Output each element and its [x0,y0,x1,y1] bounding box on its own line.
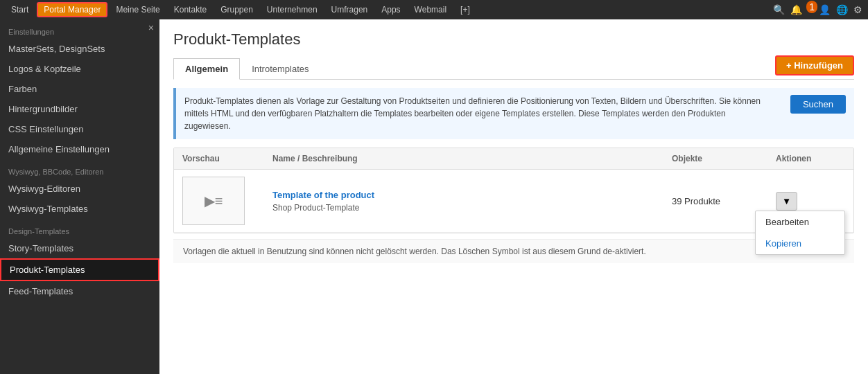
sidebar-item-css[interactable]: CSS Einstellungen [0,119,159,139]
nav-kontakte[interactable]: Kontakte [168,3,212,16]
main-content: Produkt-Templates Allgemein Introtemplat… [159,19,868,374]
sidebar: × Einstellungen MasterSets, DesignSets L… [0,19,159,374]
info-text: Produkt-Templates dienen als Vorlage zur… [184,95,846,132]
product-name-link[interactable]: Template of the product [272,190,374,200]
dropdown-button[interactable]: ▼ [776,192,797,211]
sidebar-item-logos[interactable]: Logos & Kopfzeile [0,59,159,79]
nav-webmail[interactable]: Webmail [409,3,452,16]
nav-meine-seite[interactable]: Meine Seite [110,3,165,16]
settings-icon[interactable]: ⚙ [853,4,862,15]
table-header: Vorschau Name / Beschreibung Objekte Akt… [174,148,853,170]
dropdown-item-kopieren[interactable]: Kopieren [756,233,844,254]
search-icon[interactable]: 🔍 [773,4,785,15]
table-row: ▶≡ Template of the product Shop Product-… [174,170,853,233]
nav-unternehmen[interactable]: Unternehmen [261,3,323,16]
sidebar-section-wysiwyg: Wysiwyg, BBCode, Editoren [0,159,159,179]
dropdown-item-bearbeiten[interactable]: Bearbeiten [756,211,844,233]
main-layout: × Einstellungen MasterSets, DesignSets L… [0,19,868,374]
nav-apps[interactable]: Apps [376,3,406,16]
product-description: Shop Product-Template [272,203,672,213]
page-title: Produkt-Templates [173,30,854,48]
dropdown-menu: Bearbeiten Kopieren [755,211,845,255]
nav-plus[interactable]: [+] [455,3,476,16]
product-table: Vorschau Name / Beschreibung Objekte Akt… [173,148,854,233]
header-name: Name / Beschreibung [272,154,672,163]
nav-start[interactable]: Start [6,3,34,16]
header-preview: Vorschau [182,154,272,163]
sidebar-close-button[interactable]: × [148,22,154,33]
sidebar-item-hintergrundbilder[interactable]: Hintergrundbilder [0,99,159,119]
preview-cell: ▶≡ [182,177,272,225]
sidebar-item-story-templates[interactable]: Story-Templates [0,238,159,258]
header-actions: Aktionen [776,154,845,163]
tab-introtemplates[interactable]: Introtemplates [240,58,320,80]
sidebar-section-einstellungen: Einstellungen [0,19,159,39]
nav-umfragen[interactable]: Umfragen [326,3,374,16]
sidebar-item-produkt-templates[interactable]: Produkt-Templates [0,258,159,281]
notification-icon[interactable]: 🔔1 [790,4,813,15]
sidebar-section-design: Design-Templates [0,219,159,238]
tab-bar: Allgemein Introtemplates + Hinzufügen [173,58,854,80]
user-icon[interactable]: 👤 [819,4,831,15]
info-box: Produkt-Templates dienen als Vorlage zur… [173,88,854,139]
footer-note: Vorlagen die aktuell in Benutzung sind k… [173,239,854,263]
nav-portal-manager[interactable]: Portal Manager [37,2,107,17]
actions-cell: ▼ Bearbeiten Kopieren [776,192,845,211]
preview-thumbnail: ▶≡ [182,177,245,225]
sidebar-item-farben[interactable]: Farben [0,79,159,99]
name-cell: Template of the product Shop Product-Tem… [272,190,672,213]
sidebar-item-feed-templates[interactable]: Feed-Templates [0,281,159,301]
globe-icon[interactable]: 🌐 [836,4,848,15]
nav-gruppen[interactable]: Gruppen [215,3,259,16]
notification-badge: 1 [806,1,817,13]
sidebar-item-allgemeine[interactable]: Allgemeine Einstellungen [0,139,159,159]
header-objects: Objekte [672,154,776,163]
search-button[interactable]: Suchen [790,95,846,114]
tab-allgemein[interactable]: Allgemein [173,58,240,80]
template-preview-icon: ▶≡ [205,193,223,209]
chevron-down-icon: ▼ [782,196,791,206]
sidebar-item-wysiwyg-editoren[interactable]: Wysiwyg-Editoren [0,179,159,199]
top-navigation: Start Portal Manager Meine Seite Kontakt… [0,0,868,19]
top-nav-icons: 🔍 🔔1 👤 🌐 ⚙ [773,4,862,15]
objects-cell: 39 Produkte [672,196,776,206]
sidebar-item-mastersets[interactable]: MasterSets, DesignSets [0,39,159,59]
add-button[interactable]: + Hinzufügen [775,55,854,75]
sidebar-item-wysiwyg-templates[interactable]: Wysiwyg-Templates [0,199,159,219]
